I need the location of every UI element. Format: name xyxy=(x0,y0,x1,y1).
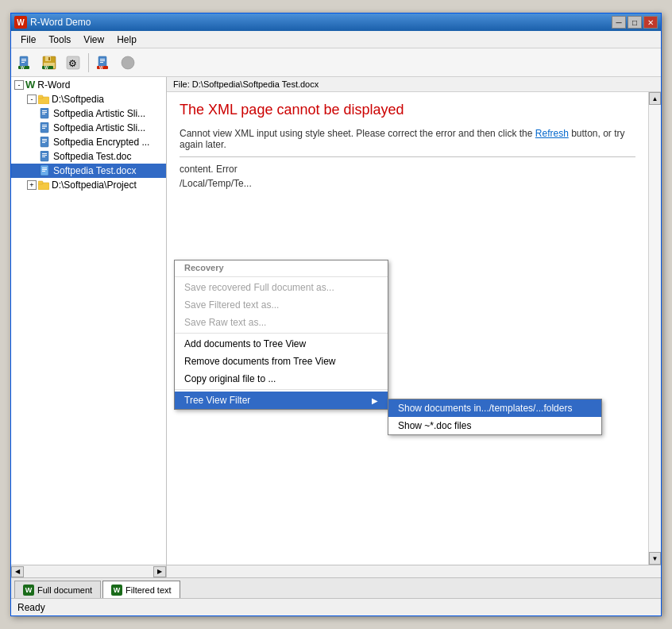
svg-rect-25 xyxy=(42,112,47,113)
tree-root[interactable]: - W R-Word xyxy=(11,77,166,92)
tab-filtered-text[interactable]: W Filtered text xyxy=(102,581,180,598)
menu-help[interactable]: Help xyxy=(110,33,143,47)
svg-rect-15 xyxy=(100,59,105,60)
menu-view[interactable]: View xyxy=(77,33,110,47)
tree-node-dsoftpedia[interactable]: - D:\Softpedia xyxy=(11,92,166,106)
scroll-right-arrow[interactable]: ▶ xyxy=(153,566,166,577)
save-button[interactable]: W xyxy=(38,52,60,74)
tab-filtered-text-label: Filtered text xyxy=(126,585,171,595)
open-doc-button[interactable]: W xyxy=(14,52,37,74)
tree-horizontal-scrollbar[interactable]: ◀ ▶ xyxy=(11,565,167,577)
ctx-item-save-filtered[interactable]: Save Filtered text as... xyxy=(175,296,388,314)
submenu-item-2-label: Show ~*.doc files xyxy=(398,420,471,431)
ctx-item-save-full[interactable]: Save recovered Full document as... xyxy=(175,279,388,296)
tree-file-3-label: Softpedia Encrypted ... xyxy=(53,137,149,148)
recover-button[interactable]: W xyxy=(93,52,115,74)
tab-bar: W Full document W Filtered text xyxy=(11,577,661,598)
toolbar: W W ⚙ xyxy=(11,48,661,77)
tab-filtered-text-icon: W xyxy=(111,585,122,596)
svg-rect-44 xyxy=(38,181,43,184)
ctx-divider-3 xyxy=(175,389,388,390)
svg-rect-39 xyxy=(41,165,48,176)
ctx-item-add-docs[interactable]: Add documents to Tree View xyxy=(175,335,388,353)
svg-rect-16 xyxy=(100,60,105,61)
menu-file[interactable]: File xyxy=(14,33,42,47)
svg-rect-36 xyxy=(42,153,47,154)
svg-rect-24 xyxy=(42,110,47,111)
root-w-icon: W xyxy=(25,79,35,91)
tree-node-dsoftpedia-label: D:\Softpedia xyxy=(52,94,104,105)
xml-extra-text-1: content. Error xyxy=(180,164,635,175)
ctx-item-save-raw[interactable]: Save Raw text as... xyxy=(175,314,388,331)
main-window: W R-Word Demo ─ □ ✕ File Tools View Help… xyxy=(10,13,662,616)
ctx-divider-1 xyxy=(175,276,388,277)
svg-rect-1 xyxy=(21,59,26,60)
bottom-scrollbar-area: ◀ ▶ xyxy=(11,565,661,577)
scroll-track[interactable] xyxy=(649,105,661,552)
tree-file-2-label: Softpedia Artistic Sli... xyxy=(53,122,145,133)
tree-file-4-label: Softpedia Test.doc xyxy=(53,151,132,162)
svg-rect-8 xyxy=(48,57,50,60)
folder-toggle-2[interactable]: + xyxy=(27,180,37,190)
ctx-item-copy-file-label: Copy original file to ... xyxy=(184,373,276,384)
svg-rect-3 xyxy=(21,62,25,63)
close-button[interactable]: ✕ xyxy=(643,16,658,29)
tree-node-dproject[interactable]: + D:\Softpedia\Project xyxy=(11,178,166,192)
svg-rect-30 xyxy=(42,128,45,129)
tab-full-doc-icon: W xyxy=(23,585,34,596)
tree-file-2[interactable]: Softpedia Artistic Sli... xyxy=(11,121,166,135)
ctx-item-tree-filter-label: Tree View Filter xyxy=(184,395,250,406)
svg-point-20 xyxy=(122,56,134,69)
scroll-up-arrow[interactable]: ▲ xyxy=(649,92,661,105)
content-horizontal-scrollbar[interactable] xyxy=(167,565,661,577)
minimize-button[interactable]: ─ xyxy=(612,16,626,29)
ctx-item-tree-filter[interactable]: Tree View Filter ▶ xyxy=(175,392,388,409)
menu-tools[interactable]: Tools xyxy=(42,33,77,47)
tab-full-document[interactable]: W Full document xyxy=(14,581,101,598)
svg-rect-38 xyxy=(42,156,45,157)
ctx-item-save-filtered-label: Save Filtered text as... xyxy=(184,299,279,311)
tree-file-5-label: Softpedia Test.docx xyxy=(53,165,137,176)
tree-file-3[interactable]: Softpedia Encrypted ... xyxy=(11,135,166,149)
svg-rect-40 xyxy=(42,168,47,168)
svg-rect-37 xyxy=(42,155,47,156)
title-bar: W R-Word Demo ─ □ ✕ xyxy=(11,14,661,31)
maximize-button[interactable]: □ xyxy=(628,16,642,29)
scroll-left-arrow[interactable]: ◀ xyxy=(11,566,24,577)
ctx-item-add-docs-label: Add documents to Tree View xyxy=(184,338,306,349)
ctx-item-copy-file[interactable]: Copy original file to ... xyxy=(175,370,388,388)
tree-file-4[interactable]: Softpedia Test.doc xyxy=(11,149,166,164)
submenu: Show documents in.../templates/...folder… xyxy=(388,399,602,435)
submenu-item-1[interactable]: Show documents in.../templates/...folder… xyxy=(388,399,601,417)
doc-icon-2 xyxy=(40,122,51,133)
svg-rect-17 xyxy=(100,62,103,63)
tree-file-1[interactable]: Softpedia Artistic Sli... xyxy=(11,106,166,121)
xml-error-body: Cannot view XML input using style sheet.… xyxy=(180,128,635,150)
svg-text:⚙: ⚙ xyxy=(68,58,77,69)
ctx-item-save-full-label: Save recovered Full document as... xyxy=(184,282,334,293)
folder-toggle-1[interactable]: - xyxy=(27,95,37,104)
tree-file-5[interactable]: Softpedia Test.docx xyxy=(11,164,166,178)
svg-rect-26 xyxy=(42,114,45,114)
refresh-link[interactable]: Refresh xyxy=(535,128,569,139)
svg-rect-35 xyxy=(41,151,48,161)
xml-divider xyxy=(180,156,635,157)
scroll-down-arrow[interactable]: ▼ xyxy=(649,552,661,565)
svg-rect-29 xyxy=(42,126,47,127)
svg-text:W: W xyxy=(99,65,103,70)
stop-button[interactable] xyxy=(117,52,139,74)
submenu-item-2[interactable]: Show ~*.doc files xyxy=(388,417,601,434)
svg-rect-32 xyxy=(42,139,47,140)
root-toggle[interactable]: - xyxy=(14,80,24,90)
options-button[interactable]: ⚙ xyxy=(62,52,84,74)
tree-root-label: R-Word xyxy=(37,79,70,91)
ctx-item-remove-docs[interactable]: Remove documents from Tree View xyxy=(175,353,388,370)
svg-rect-34 xyxy=(42,142,45,143)
submenu-arrow: ▶ xyxy=(372,396,378,405)
svg-rect-22 xyxy=(38,95,43,98)
vertical-scrollbar[interactable]: ▲ ▼ xyxy=(648,92,661,565)
tree-panel: - W R-Word - D:\Softpedia xyxy=(11,77,167,565)
svg-rect-27 xyxy=(41,122,48,133)
window-controls: ─ □ ✕ xyxy=(612,16,658,29)
svg-rect-42 xyxy=(42,171,45,172)
